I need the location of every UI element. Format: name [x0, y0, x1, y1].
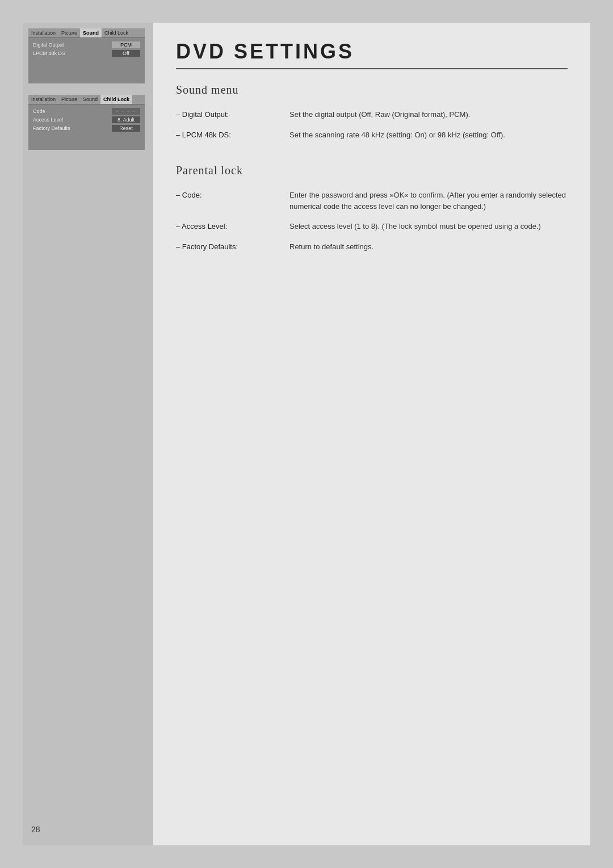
- sound-menu-title: Sound menu: [176, 83, 568, 97]
- parental-item-code-desc: Enter the password and press »OK« to con…: [289, 187, 568, 219]
- sound-item-digital-output: – Digital Output: Set the digital output…: [176, 107, 568, 127]
- code-label: Code: [33, 108, 45, 114]
- sound-item-lpcm: – LPCM 48k DS: Set the scanning rate 48 …: [176, 127, 568, 148]
- page-number: 28: [31, 825, 40, 834]
- tab-installation-1[interactable]: Installation: [28, 28, 58, 37]
- sound-panel-tabs: Installation Picture Sound Child Lock: [28, 28, 145, 38]
- parental-item-code-label: – Code:: [176, 187, 289, 219]
- sound-item-lpcm-desc: Set the scanning rate 48 kHz (setting: O…: [289, 127, 568, 148]
- tab-picture-1[interactable]: Picture: [58, 28, 80, 37]
- access-level-row: Access Level 8. Adult: [33, 116, 140, 123]
- left-sidebar: Installation Picture Sound Child Lock Di…: [23, 23, 153, 845]
- parental-lock-table: – Code: Enter the password and press »OK…: [176, 187, 568, 259]
- tab-sound-2[interactable]: Sound: [80, 95, 100, 104]
- access-level-value: 8. Adult: [112, 116, 140, 123]
- tab-picture-2[interactable]: Picture: [58, 95, 80, 104]
- parental-item-factory-defaults-desc: Return to default settings.: [289, 239, 568, 259]
- sound-item-digital-output-desc: Set the digital output (Off, Raw (Origin…: [289, 107, 568, 127]
- parental-item-access-level-desc: Select access level (1 to 8). (The lock …: [289, 219, 568, 239]
- digital-output-label: Digital Output: [33, 42, 64, 48]
- childlock-panel-body: Code - - - - Access Level 8. Adult Facto…: [28, 104, 145, 150]
- childlock-menu-panel: Installation Picture Sound Child Lock Co…: [28, 95, 145, 150]
- main-content: DVD SETTINGS Sound menu – Digital Output…: [153, 23, 590, 845]
- sound-menu-panel: Installation Picture Sound Child Lock Di…: [28, 28, 145, 83]
- parental-item-factory-defaults: – Factory Defaults: Return to default se…: [176, 239, 568, 259]
- tab-installation-2[interactable]: Installation: [28, 95, 58, 104]
- parental-item-access-level: – Access Level: Select access level (1 t…: [176, 219, 568, 239]
- lpcm-label: LPCM 48k DS: [33, 51, 65, 56]
- factory-defaults-label: Factory Defaults: [33, 125, 70, 131]
- code-row: Code - - - -: [33, 108, 140, 115]
- sound-item-lpcm-label: – LPCM 48k DS:: [176, 127, 289, 148]
- parental-item-access-level-label: – Access Level:: [176, 219, 289, 239]
- digital-output-value: PCM: [112, 41, 140, 48]
- page-title: DVD SETTINGS: [176, 40, 568, 69]
- lpcm-value: Off: [112, 50, 140, 57]
- parental-item-factory-defaults-label: – Factory Defaults:: [176, 239, 289, 259]
- sound-panel-body: Digital Output PCM LPCM 48k DS Off: [28, 38, 145, 83]
- tab-childlock-2[interactable]: Child Lock: [100, 95, 132, 104]
- page-container: Installation Picture Sound Child Lock Di…: [23, 23, 590, 845]
- factory-defaults-row: Factory Defaults Reset: [33, 125, 140, 132]
- access-level-label: Access Level: [33, 117, 63, 123]
- sound-item-digital-output-label: – Digital Output:: [176, 107, 289, 127]
- parental-item-code: – Code: Enter the password and press »OK…: [176, 187, 568, 219]
- lpcm-row: LPCM 48k DS Off: [33, 50, 140, 57]
- tab-childlock-1[interactable]: Child Lock: [102, 28, 131, 37]
- code-value: - - - -: [112, 108, 140, 115]
- childlock-panel-tabs: Installation Picture Sound Child Lock: [28, 95, 145, 104]
- parental-lock-title: Parental lock: [176, 164, 568, 177]
- tab-sound-1[interactable]: Sound: [80, 28, 102, 37]
- factory-defaults-value: Reset: [112, 125, 140, 132]
- sound-menu-table: – Digital Output: Set the digital output…: [176, 107, 568, 147]
- digital-output-row: Digital Output PCM: [33, 41, 140, 48]
